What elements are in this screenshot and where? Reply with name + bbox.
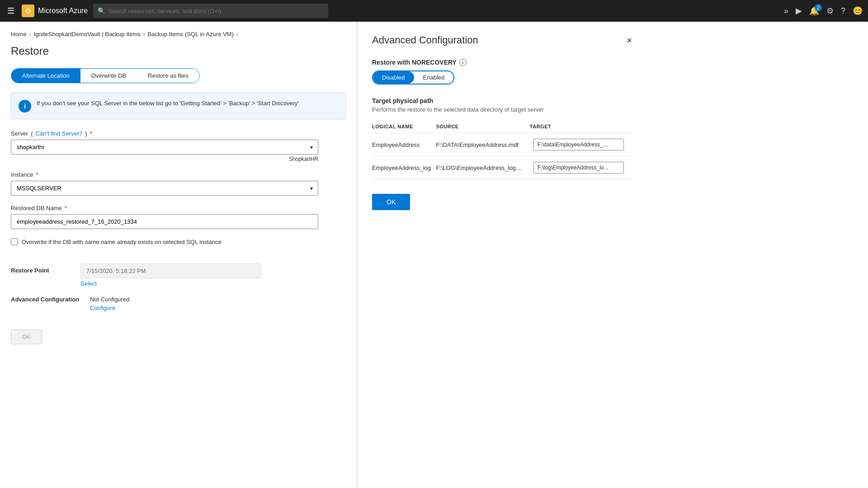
table-header: LOGICAL NAME SOURCE TARGET	[372, 120, 632, 133]
advanced-config-row: Advanced Configuration Not Configured Co…	[11, 296, 346, 311]
target-input-0[interactable]	[533, 139, 624, 150]
col-logical-name: LOGICAL NAME	[372, 120, 436, 133]
restore-point-content: 7/15/2020, 5:18:22 PM Select	[80, 263, 346, 287]
target-cell[interactable]	[530, 133, 632, 156]
bottom-actions: OK	[11, 329, 346, 344]
info-text: If you don't see your SQL Server in the …	[37, 99, 299, 108]
server-hint: ShopkartHR	[11, 156, 318, 162]
target-input-1[interactable]	[533, 162, 624, 174]
instance-field-group: Instance * MSSQLSERVER ▾	[11, 171, 346, 196]
restored-db-input[interactable]	[11, 214, 318, 229]
instance-required: *	[36, 171, 38, 178]
instance-select[interactable]: MSSQLSERVER	[11, 181, 318, 196]
ok-button-right[interactable]: OK	[372, 194, 410, 210]
panel-header: Advanced Configuration ×	[372, 34, 632, 46]
tab-alternate-location[interactable]: Alternate Location	[11, 69, 80, 83]
main-container: Home › IgniteShopkartDemoVault | Backup …	[0, 22, 868, 488]
logical-name-cell: EmployeeAddress	[372, 133, 436, 156]
breadcrumb-sep-2: ›	[143, 31, 145, 38]
adv-config-content: Not Configured Configure	[90, 296, 346, 311]
toggle-disabled[interactable]: Disabled	[373, 71, 414, 84]
restored-db-label: Restored DB Name *	[11, 205, 346, 211]
account-icon[interactable]: 😊	[853, 6, 863, 16]
terminal-icon[interactable]: »	[784, 6, 788, 16]
info-banner: i If you don't see your SQL Server in th…	[11, 92, 346, 119]
table-row: EmployeeAddress_log F:\LOG\EmployeeAddre…	[372, 156, 632, 179]
restore-point-row: Restore Point 7/15/2020, 5:18:22 PM Sele…	[11, 263, 346, 287]
top-actions: » ▶ 🔔2 ⚙ ? 😊	[784, 6, 863, 16]
adv-config-value: Not Configured	[90, 296, 346, 303]
search-bar[interactable]: 🔍	[93, 4, 328, 18]
cloud-shell-icon[interactable]: ▶	[796, 6, 802, 16]
target-path-label: Target physical path	[372, 97, 632, 104]
col-target: TARGET	[530, 120, 632, 133]
target-path-desc: Performs the restore to the selected dat…	[372, 106, 632, 113]
server-field-group: Server (Can't find Server?) * shopkarthr…	[11, 130, 346, 162]
info-icon: i	[19, 100, 31, 113]
instance-select-wrapper: MSSQLSERVER ▾	[11, 181, 318, 196]
logo: ⚙ Microsoft Azure	[22, 5, 88, 17]
restored-db-required: *	[65, 205, 67, 211]
left-panel: Home › IgniteShopkartDemoVault | Backup …	[0, 22, 357, 488]
server-required: *	[90, 130, 92, 137]
norecovery-toggle: Disabled Enabled	[372, 70, 454, 84]
close-button[interactable]: ×	[627, 35, 632, 46]
source-cell: F:\DATA\EmployeeAddress.mdf	[436, 133, 529, 156]
search-icon: 🔍	[98, 7, 105, 14]
restore-tabs: Alternate Location Overwrite DB Restore …	[11, 68, 200, 83]
breadcrumb-home[interactable]: Home	[11, 31, 27, 38]
restore-point-value: 7/15/2020, 5:18:22 PM	[80, 263, 261, 278]
right-panel: Advanced Configuration × Restore with NO…	[357, 22, 646, 488]
server-select[interactable]: shopkarthr	[11, 140, 318, 155]
source-cell: F:\LOG\EmployeeAddress_log....	[436, 156, 529, 179]
notification-badge: 2	[815, 4, 822, 11]
restore-point-label: Restore Point	[11, 263, 70, 274]
overwrite-label: Overwrite if the DB with same name alrea…	[22, 239, 222, 245]
breadcrumb: Home › IgniteShopkartDemoVault | Backup …	[11, 31, 346, 38]
azure-logo-icon: ⚙	[22, 5, 34, 17]
toggle-enabled[interactable]: Enabled	[414, 71, 454, 84]
table-row: EmployeeAddress F:\DATA\EmployeeAddress.…	[372, 133, 632, 156]
target-cell[interactable]	[530, 156, 632, 179]
server-select-wrapper: shopkarthr ▾	[11, 140, 318, 155]
breadcrumb-sep-1: ›	[29, 31, 31, 38]
cant-find-server-link[interactable]: Can't find Server?	[36, 130, 83, 137]
menu-icon[interactable]: ☰	[5, 4, 16, 18]
help-icon[interactable]: ?	[841, 6, 845, 16]
breadcrumb-backup-items[interactable]: Backup Items (SQL in Azure VM)	[148, 31, 234, 38]
tab-restore-as-files[interactable]: Restore as files	[137, 69, 199, 83]
top-navigation: ☰ ⚙ Microsoft Azure 🔍 » ▶ 🔔2 ⚙ ? 😊	[0, 0, 868, 22]
adv-config-label: Advanced Configuration	[11, 296, 79, 303]
logical-name-cell: EmployeeAddress_log	[372, 156, 436, 179]
server-label: Server (Can't find Server?) *	[11, 130, 346, 137]
azure-logo-text: Microsoft Azure	[38, 7, 88, 15]
breadcrumb-vault[interactable]: IgniteShopkartDemoVault | Backup items	[34, 31, 141, 38]
settings-icon[interactable]: ⚙	[826, 6, 834, 16]
ok-button-left[interactable]: OK	[11, 329, 42, 344]
overwrite-checkbox[interactable]	[11, 238, 18, 245]
restored-db-group: Restored DB Name *	[11, 205, 346, 229]
overwrite-checkbox-row: Overwrite if the DB with same name alrea…	[11, 238, 346, 245]
page-title: Restore	[11, 45, 346, 57]
target-path-table: LOGICAL NAME SOURCE TARGET EmployeeAddre…	[372, 120, 632, 179]
notifications-icon[interactable]: 🔔2	[809, 6, 819, 16]
tab-overwrite-db[interactable]: Overwrite DB	[80, 69, 137, 83]
norecovery-label: Restore with NORECOVERY i	[372, 59, 632, 66]
instance-label: Instance *	[11, 171, 346, 178]
select-restore-point-link[interactable]: Select	[80, 280, 346, 287]
norecovery-info-icon[interactable]: i	[459, 59, 467, 66]
panel-title: Advanced Configuration	[372, 34, 478, 46]
panel-footer: OK	[372, 194, 632, 210]
col-source: SOURCE	[436, 120, 529, 133]
search-input[interactable]	[108, 8, 324, 14]
breadcrumb-sep-3: ›	[236, 31, 238, 38]
configure-link[interactable]: Configure	[90, 305, 346, 311]
